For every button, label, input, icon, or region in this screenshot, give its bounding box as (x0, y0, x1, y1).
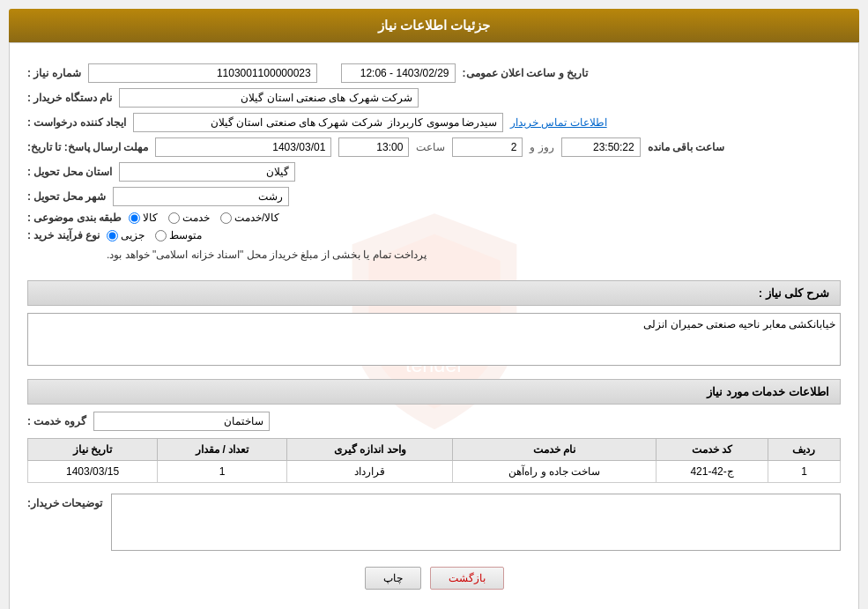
tarikh-label: تاریخ و ساعت اعلان عمومی: (463, 67, 588, 79)
faryand-label: نوع فرآیند خرید : (27, 229, 100, 241)
khadamat-section: اطلاعات خدمات مورد نیاز (27, 379, 841, 405)
sharh-koli-section: شرح کلی نیاز : (27, 280, 841, 306)
tosih-kharidar-label: توضیحات خریدار: (27, 494, 102, 509)
table-row: 1ج-42-421ساخت جاده و راه‌آهنقرارداد11403… (28, 461, 841, 483)
col-radif: ردیف (768, 439, 840, 461)
print-button[interactable]: چاپ (365, 567, 421, 590)
radio-khadamat[interactable] (168, 212, 180, 224)
mohlat-label: مهلت ارسال پاسخ: تا تاریخ: (27, 141, 148, 153)
khadamat-label: اطلاعات خدمات مورد نیاز (707, 385, 829, 398)
ostan-label: استان محل تحویل : (27, 166, 112, 178)
col-tedad: تعداد / مقدار (158, 439, 287, 461)
radio-kala-label: کالا (143, 212, 158, 224)
faryand-note: پرداخت تمام یا بخشی از مبلغ خریداز محل "… (107, 245, 427, 264)
baghi-mande-input[interactable] (561, 137, 641, 157)
radio-kala[interactable] (129, 212, 140, 224)
radio-jozi[interactable] (107, 230, 118, 241)
radio-motovaset-item[interactable]: متوسط (155, 229, 202, 241)
ostan-input[interactable] (119, 162, 295, 182)
tabaqe-label: طبقه بندی موضوعی : (27, 212, 122, 224)
tabaqe-group: کالا/خدمت خدمت کالا (129, 212, 279, 224)
page-title: جزئیات اطلاعات نیاز (378, 18, 490, 33)
footer-buttons: بازگشت چاپ (27, 567, 841, 598)
radio-kala-khadamat-item[interactable]: کالا/خدمت (220, 212, 279, 224)
radio-jozi-label: جزیی (121, 229, 145, 241)
col-vahed: واحد اندازه گیری (287, 439, 453, 461)
sharh-koli-label: شرح کلی نیاز : (759, 286, 829, 300)
tosih-kharidar-textarea[interactable] (111, 494, 841, 551)
col-tarikh: تاریخ نیاز (28, 439, 158, 461)
services-table: ردیف کد خدمت نام خدمت واحد اندازه گیری ت… (27, 438, 841, 483)
grohe-khadamat-input[interactable] (93, 412, 270, 431)
shomare-niaz-input[interactable] (88, 63, 317, 83)
nam-dastgah-label: نام دستگاه خریدار : (27, 92, 112, 104)
radio-kala-khadamat-label: کالا/خدمت (234, 212, 279, 224)
back-button[interactable]: بازگشت (430, 567, 504, 590)
faryand-group: متوسط جزیی (107, 229, 202, 241)
ettela-link[interactable]: اطلاعات تماس خریدار (510, 116, 607, 129)
ijad-konande-label: ایجاد کننده درخواست : (27, 116, 126, 129)
tarikh-input[interactable] (341, 63, 456, 83)
roz-input[interactable] (452, 137, 523, 157)
shomare-niaz-label: شماره نیاز : (27, 67, 81, 79)
radio-khadamat-item[interactable]: خدمت (168, 212, 210, 224)
nam-dastgah-input[interactable] (119, 88, 419, 108)
page-header: جزئیات اطلاعات نیاز (9, 9, 859, 42)
radio-motovaset[interactable] (155, 230, 167, 241)
radio-khadamat-label: خدمت (182, 212, 210, 224)
radio-kala-khadamat[interactable] (220, 212, 232, 224)
radio-motovaset-label: متوسط (169, 229, 202, 241)
radio-kala-item[interactable]: کالا (129, 212, 158, 224)
baghi-mande-label: ساعت باقی مانده (648, 141, 725, 153)
shahr-label: شهر محل تحویل : (27, 190, 106, 203)
roz-label: روز و (530, 141, 553, 153)
saat-label: ساعت (416, 141, 445, 153)
sharh-koli-textarea[interactable]: خیابانکشی معابر ناحیه صنعتی حمیران انزلی (27, 313, 841, 366)
ijad-konande-input[interactable] (133, 113, 503, 132)
shahr-input[interactable] (113, 187, 289, 206)
radio-jozi-item[interactable]: جزیی (107, 229, 145, 241)
col-nam: نام خدمت (453, 439, 657, 461)
grohe-khadamat-label: گروه خدمت : (27, 415, 86, 427)
date-input[interactable] (155, 137, 331, 157)
saat-input[interactable] (338, 137, 409, 157)
col-kod: کد خدمت (657, 439, 768, 461)
